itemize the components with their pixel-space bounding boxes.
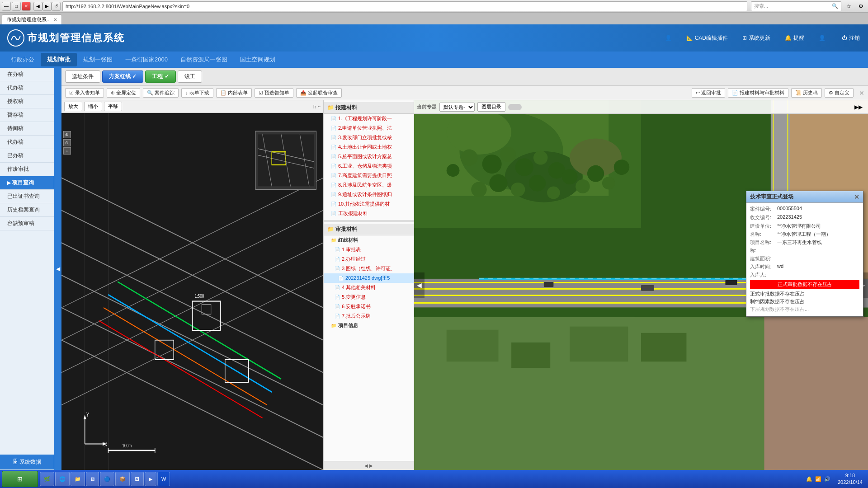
tips-btn[interactable]: 🔔 提醒 [781,33,808,44]
taskbar-item-3[interactable]: 📁 [71,472,85,486]
browser-tab[interactable]: 市规划管理信息系... ✕ [2,14,62,24]
file-item-10[interactable]: 📄10.其他依法需提供的材 [324,199,414,209]
browser-search-input[interactable]: 搜索... 🔍 [751,1,841,11]
file-item-biangeng[interactable]: 📄5.变更信息 [324,292,414,302]
settings-icon[interactable]: ⚙ [855,1,866,11]
sidebar-item-yichuzhengshu[interactable]: 已出证书查询 [0,190,54,203]
nav-item-yizhang[interactable]: 规划一张图 [77,53,119,66]
nav-item-guotu[interactable]: 国土空间规划 [234,53,282,66]
close-btn[interactable]: ✕ [22,2,31,11]
cad-tool-2[interactable]: ⊖ [63,139,71,146]
taskbar-item-5[interactable]: 🔵 [100,472,114,486]
cad-plugin-btn[interactable]: 📐 CAD编辑插件 [683,33,731,44]
file-item-redline[interactable]: 📁红线材料 [324,235,414,245]
map-zoom-out-btn[interactable]: 缩小 [84,102,102,111]
file-item-tuzhi[interactable]: 📄3.图纸（红线、许可证、 [324,264,414,273]
file-item-5[interactable]: 📄5.总平面图或设计方案总 [324,152,414,161]
toggle-circle[interactable] [508,104,522,110]
toolbar-biaodanxiazai[interactable]: ↓ 表单下载 [181,88,213,98]
taskbar-item-2[interactable]: 🌐 [55,472,70,486]
file-item-8[interactable]: 📄8.凡涉及民航争空区、爆 [324,180,414,190]
taskbar-item-6[interactable]: 📦 [115,472,130,486]
window-controls[interactable]: — □ ✕ [2,2,31,11]
sub-nav-gongcheng[interactable]: 工程 ✓ [145,70,175,83]
nav-item-ziran[interactable]: 自然资源局一张图 [174,53,234,66]
file-item-4[interactable]: 📄4.土地出让合同或土地权 [324,142,414,152]
file-item-xiangmuinfo[interactable]: 📁项目信息 [324,321,414,330]
taskbar-item-4[interactable]: 🖥 [86,472,99,486]
sub-nav-xuanzhi[interactable]: 选址条件 [65,70,100,83]
toolbar-cailiao[interactable]: 📄 报建材料与审批材料 [728,88,788,98]
file-item-gai[interactable]: 📄工改报建材料 [324,209,414,218]
cad-tool-3[interactable]: ↔ [63,147,71,155]
file-item-anzhu[interactable]: 📄6.安驻承诺书 [324,302,414,311]
address-bar[interactable]: http://192.168.2.2:8001/WebMainPageNew.a… [62,1,747,11]
sidebar-item-daiban2[interactable]: 代办稿 [0,136,54,149]
taskbar-item-1[interactable]: 🌿 [40,472,54,486]
file-item-1[interactable]: 📄1.《工程规划许可阶段一 [324,114,414,123]
toolbar-close-icon[interactable]: ✕ [859,89,864,97]
toolbar-neibiao[interactable]: 📋 内部表单 [216,88,252,98]
sidebar-item-yiban[interactable]: 已办稿 [0,149,54,163]
sub-nav-fangan[interactable]: 方案红线 ✓ [102,70,143,83]
tab-close-btn[interactable]: ✕ [53,17,57,22]
toolbar-yuxuan[interactable]: ☑ 预选告知单 [255,88,293,98]
user-avatar[interactable]: 👤 [661,33,675,43]
map-zoom-in-btn[interactable]: 放大 [64,102,82,111]
sidebar-item-lishidangan[interactable]: 历史档案查询 [0,203,54,217]
taskbar-item-8[interactable]: ▶ [145,472,156,486]
refresh-btn[interactable]: ↺ [52,2,61,11]
sidebar-item-shouquan[interactable]: 授权稿 [0,95,54,108]
toolbar-luru[interactable]: ☑ 录入告知单 [65,88,104,98]
nav-item-guihua[interactable]: 规划审批 [41,53,77,66]
satellite-panel[interactable]: 当前专题 默认专题- 图层目录 ▶▶ [414,100,868,470]
sat-nav-left[interactable]: ◀ [414,272,425,298]
tray-icon-3[interactable]: 🔊 [824,476,830,482]
tray-icon-1[interactable]: 🔔 [806,476,812,482]
file-panel-scroll[interactable]: 📁 报建材料 📄1.《工程规划许可阶段一 📄2.申请单位营业执照、法 📄3.发改… [324,100,414,461]
sidebar-item-xiangmu[interactable]: 项目查询 [0,176,54,190]
sat-collapse-btn[interactable]: ▶▶ [852,103,865,111]
nav-item-yitiao[interactable]: 一条街国家2000 [119,53,174,66]
sidebar-item-dayue[interactable]: 待阅稿 [0,122,54,136]
file-item-banli[interactable]: 📄2.办理经过 [324,254,414,264]
toolbar-anjian[interactable]: 🔍 案件追踪 [143,88,179,98]
tray-icon-2[interactable]: 📶 [815,476,821,482]
toolbar-quanping[interactable]: ⊕ 全屏定位 [107,88,140,98]
file-item-pihou[interactable]: 📄7.批后公示牌 [324,311,414,321]
cad-view[interactable]: 1:500 [61,113,323,470]
star-icon[interactable]: ☆ [843,1,854,11]
toolbar-faqi[interactable]: 📤 发起联合审查 [296,88,342,98]
nav-item-xingzheng[interactable]: 行政办公 [5,53,41,66]
start-button[interactable]: ⊞ [2,471,38,487]
sub-nav-jungong[interactable]: 竣工 [178,70,202,83]
minimize-btn[interactable]: — [2,2,11,11]
sidebar-item-zaiban[interactable]: 在办稿 [0,68,54,81]
sidebar-item-daiban[interactable]: 代办稿 [0,81,54,95]
forward-btn[interactable]: ▶ [42,2,52,11]
file-item-2[interactable]: 📄2.申请单位营业执照、法 [324,123,414,133]
sidebar-item-zuofei[interactable]: 作废审批 [0,163,54,176]
logout-btn[interactable]: ⏻ 注销 [838,33,863,44]
sidebar-collapse-btn[interactable]: ◀ [54,68,61,470]
user-btn[interactable]: 👤 [815,33,831,43]
toolbar-lishigao[interactable]: 📜 历史稿 [791,88,822,98]
file-item-6[interactable]: 📄6.工业、仓储及物流类项 [324,161,414,171]
toolbar-fanhui[interactable]: ↩ 返回审批 [692,88,725,98]
maximize-btn[interactable]: □ [12,2,21,11]
file-item-dwg[interactable]: 📄202231425.dwg[王5 [324,273,414,283]
sat-toggle[interactable] [508,104,522,110]
file-item-9[interactable]: 📄9.通址或设计条件图纸归 [324,190,414,199]
sidebar-item-zancun[interactable]: 暂存稿 [0,108,54,122]
back-btn[interactable]: ◀ [33,2,42,11]
toolbar-zidingyie[interactable]: ⚙ 自定义 [825,88,854,98]
info-popup-close-btn[interactable]: ✕ [854,193,859,201]
taskbar-item-7[interactable]: 🖼 [131,472,144,486]
system-update-btn[interactable]: ⊞ 系统更新 [739,33,774,44]
layer-dir-btn[interactable]: 图层目录 [477,102,505,112]
file-item-shenpi[interactable]: 📄1.审批表 [324,245,414,254]
file-item-3[interactable]: 📄3.发改部门立项批复或核 [324,133,414,142]
theme-select[interactable]: 默认专题- [439,103,475,112]
cad-tool-1[interactable]: ⊕ [63,131,71,138]
taskbar-item-word[interactable]: W [157,472,170,486]
